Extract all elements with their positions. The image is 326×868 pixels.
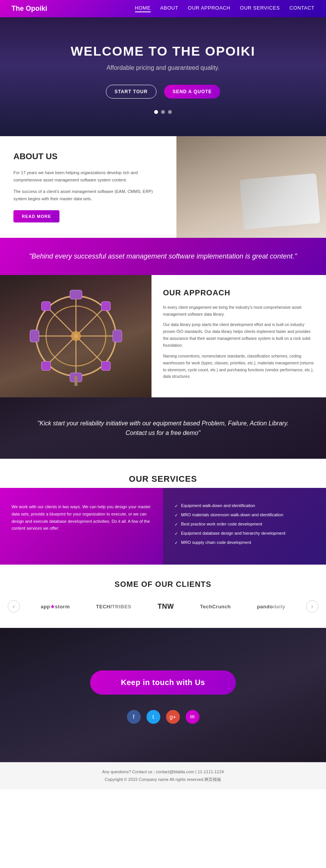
services-section: We work with our clients in two ways. We… (0, 488, 326, 565)
twitter-icon-button[interactable]: t (147, 710, 160, 724)
nav-home[interactable]: HOME (135, 5, 151, 12)
social-icons: f t g+ ✉ (127, 710, 199, 724)
check-icon-4: ✓ (175, 531, 178, 536)
client-logo-techcrunch: TechCrunch (200, 604, 231, 609)
keep-in-touch-button[interactable]: Keep in touch with Us (90, 670, 235, 695)
services-heading: OUR SERVICES (8, 474, 318, 484)
hero-subtitle: Affordable pricing and guaranteed qualit… (107, 64, 220, 71)
clients-row: ‹ app★storm TECH/TRIBES TNW TechCrunch p… (8, 600, 318, 613)
client-logo-techtribes: TECH/TRIBES (96, 604, 131, 609)
hero-section: WELCOME TO THE OPOIKI Affordable pricing… (0, 17, 326, 136)
contact-bg (0, 628, 326, 762)
client-logo-pandodaily: pandodaily (257, 604, 285, 609)
read-more-button[interactable]: READ MORE (13, 210, 59, 222)
check-icon-1: ✓ (175, 504, 178, 509)
svg-rect-11 (41, 302, 50, 311)
svg-rect-10 (113, 330, 122, 342)
clients-title: SOME OF OUR CLIENTS (8, 580, 318, 589)
check-icon-2: ✓ (175, 513, 178, 518)
svg-rect-7 (70, 290, 82, 299)
service-label-3: Best practice work order code developmen… (181, 522, 262, 526)
dot-2[interactable] (161, 110, 165, 114)
quote-banner-2: "Kick start your reliability initiative … (0, 397, 326, 459)
quote-banner-1: "Behind every successful asset managemen… (0, 238, 326, 275)
services-right: ✓ Equipment walk-down and identification… (163, 488, 326, 565)
about-title: ABOUT US (13, 152, 163, 161)
service-item-5: ✓ MRO supply chain code development (175, 540, 314, 545)
svg-rect-14 (101, 362, 110, 371)
service-item-3: ✓ Best practice work order code developm… (175, 522, 314, 527)
service-label-1: Equipment walk-down and identification (181, 503, 255, 508)
nav-approach[interactable]: OUR APPROACH (188, 5, 231, 12)
clients-next-button[interactable]: › (306, 600, 318, 613)
google-plus-icon-button[interactable]: g+ (166, 710, 180, 724)
approach-section: OUR APPROACH In every client engagement … (0, 275, 326, 397)
about-para1: For 17 years we have been helping organi… (13, 169, 163, 183)
service-item-2: ✓ MRO materials storeroom walk-down and … (175, 512, 314, 518)
about-section: ABOUT US For 17 years we have been helpi… (0, 136, 326, 238)
start-tour-button[interactable]: START TOUR (106, 85, 156, 99)
nav-services[interactable]: OUR SERVICES (240, 5, 280, 12)
ferris-wheel-graphic (0, 275, 151, 397)
hero-carousel-dots (154, 110, 172, 114)
clients-prev-button[interactable]: ‹ (8, 600, 20, 613)
email-icon-button[interactable]: ✉ (186, 710, 199, 724)
approach-title: OUR APPROACH (163, 288, 314, 297)
footer-line2: Copyright © 2015 Company name All rights… (8, 776, 318, 784)
footer: Any questions? Contact us : contact@blab… (0, 762, 326, 789)
contact-button-wrapper: Keep in touch with Us (90, 670, 235, 695)
nav-logo: The Opoiki (12, 5, 47, 13)
services-left-text: We work with our clients in two ways. We… (12, 503, 151, 532)
clients-logos: app★storm TECH/TRIBES TNW TechCrunch pan… (20, 603, 306, 611)
client-logo-tnw: TNW (158, 603, 174, 611)
check-icon-5: ✓ (175, 540, 178, 545)
services-title: OUR SERVICES (0, 459, 326, 488)
facebook-icon-button[interactable]: f (127, 710, 141, 724)
service-label-2: MRO materials storeroom walk-down and id… (181, 512, 283, 517)
nav-contact[interactable]: CONTACT (290, 5, 314, 12)
service-label-5: MRO supply chain code development (181, 540, 251, 545)
nav-links: HOME ABOUT OUR APPROACH OUR SERVICES CON… (135, 5, 314, 12)
svg-rect-9 (30, 330, 39, 342)
hero-buttons: START TOUR SEND A QUOTE (106, 85, 221, 99)
desk-graphic (176, 136, 326, 238)
services-left: We work with our clients in two ways. We… (0, 488, 163, 565)
approach-para2: Our data library jump starts the client … (163, 321, 314, 349)
check-icon-3: ✓ (175, 522, 178, 527)
svg-rect-13 (41, 362, 50, 371)
about-image (176, 136, 326, 238)
quote2-text: "Kick start your reliability initiative … (31, 418, 295, 438)
service-item-1: ✓ Equipment walk-down and identification (175, 503, 314, 509)
approach-text: OUR APPROACH In every client engagement … (151, 275, 326, 397)
service-item-4: ✓ Equipment database design and hierarch… (175, 531, 314, 536)
hero-title: WELCOME TO THE OPOIKI (71, 44, 255, 59)
footer-line1: Any questions? Contact us : contact@blab… (8, 768, 318, 776)
send-quote-button[interactable]: SEND A QUOTE (164, 85, 220, 99)
approach-para3: Naming conventions, nomenclature standar… (163, 353, 314, 380)
navbar: The Opoiki HOME ABOUT OUR APPROACH OUR S… (0, 0, 326, 17)
nav-about[interactable]: ABOUT (160, 5, 178, 12)
about-text: ABOUT US For 17 years we have been helpi… (0, 136, 176, 238)
service-label-4: Equipment database design and hierarchy … (181, 531, 285, 535)
dot-3[interactable] (168, 110, 172, 114)
clients-section: SOME OF OUR CLIENTS ‹ app★storm TECH/TRI… (0, 565, 326, 628)
dot-1[interactable] (154, 110, 158, 114)
quote1-text: "Behind every successful asset managemen… (23, 251, 303, 262)
svg-rect-15 (74, 376, 77, 386)
client-logo-appstorm: app★storm (41, 604, 70, 609)
about-para2: The success of a client's asset manageme… (13, 188, 163, 202)
contact-section: Keep in touch with Us f t g+ ✉ (0, 628, 326, 762)
approach-para1: In every client engagement we bring the … (163, 304, 314, 318)
approach-image (0, 275, 151, 397)
svg-rect-12 (101, 302, 110, 311)
